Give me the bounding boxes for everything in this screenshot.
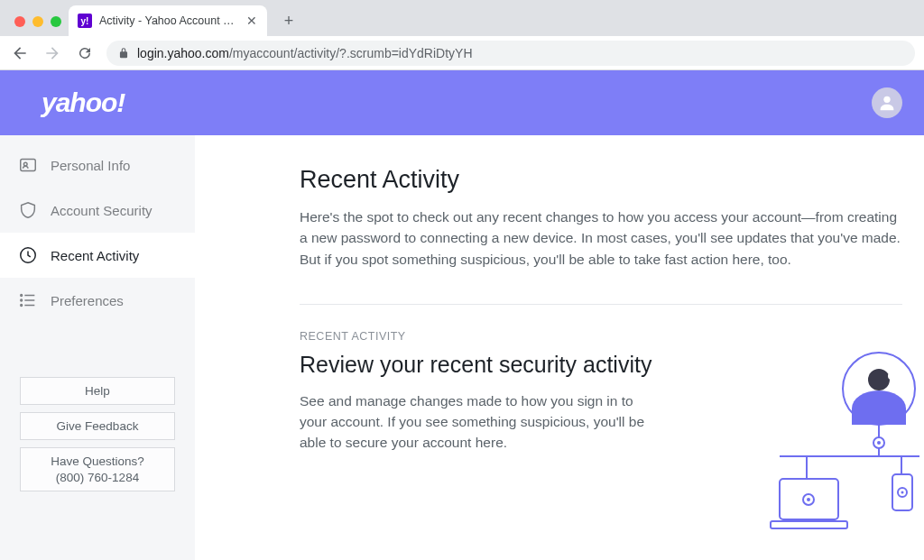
help-button[interactable]: Help (20, 377, 175, 405)
user-icon (877, 93, 897, 113)
svg-point-23 (901, 491, 904, 494)
svg-point-12 (877, 441, 881, 445)
sidebar-item-label: Personal Info (51, 158, 130, 173)
shield-icon (18, 200, 38, 220)
id-card-icon (18, 155, 38, 175)
divider (300, 304, 902, 305)
sidebar-item-label: Recent Activity (51, 248, 139, 263)
url-path: /myaccount/activity/?.scrumb=idYdRiDtyYH (229, 46, 473, 60)
svg-point-8 (868, 369, 890, 390)
questions-label: Have Questions? (51, 454, 144, 468)
svg-point-19 (807, 498, 810, 501)
sidebar-item-account-security[interactable]: Account Security (0, 188, 195, 233)
sidebar-item-label: Account Security (51, 203, 152, 218)
forward-button[interactable] (42, 42, 63, 64)
feedback-button[interactable]: Give Feedback (20, 412, 175, 440)
sidebar-item-recent-activity[interactable]: Recent Activity (0, 233, 195, 278)
avatar[interactable] (872, 87, 902, 118)
content-area: Recent Activity Here's the spot to check… (195, 135, 924, 560)
tab-bar: y! Activity - Yahoo Account Settin ✕ + (0, 0, 924, 36)
sidebar-item-personal-info[interactable]: Personal Info (0, 142, 195, 188)
page-description: Here's the spot to check out any recent … (300, 207, 902, 270)
questions-button[interactable]: Have Questions? (800) 760-1284 (20, 447, 175, 491)
security-illustration (744, 344, 924, 542)
svg-rect-20 (771, 521, 847, 528)
section-label: RECENT ACTIVITY (300, 330, 902, 343)
browser-tab[interactable]: y! Activity - Yahoo Account Settin ✕ (69, 5, 267, 36)
close-tab-icon[interactable]: ✕ (245, 14, 258, 27)
sidebar-item-label: Preferences (51, 293, 124, 308)
sidebar-help-box: Help Give Feedback Have Questions? (800)… (0, 377, 195, 491)
svg-rect-1 (21, 160, 36, 171)
svg-point-6 (21, 305, 23, 307)
lock-icon (117, 47, 130, 60)
browser-chrome: y! Activity - Yahoo Account Settin ✕ + l… (0, 0, 924, 70)
url-domain: login.yahoo.com (137, 46, 229, 60)
main-layout: Personal Info Account Security Recent Ac… (0, 135, 924, 560)
url-input[interactable]: login.yahoo.com/myaccount/activity/?.scr… (106, 41, 915, 66)
section-description: See and manage changes made to how you s… (300, 390, 661, 454)
minimize-window-button[interactable] (32, 16, 43, 27)
window-controls (11, 16, 69, 36)
svg-point-5 (21, 299, 23, 301)
tab-title: Activity - Yahoo Account Settin (99, 14, 238, 27)
close-window-button[interactable] (14, 16, 25, 27)
phone-number: (800) 760-1284 (26, 471, 169, 484)
svg-point-2 (23, 162, 27, 166)
reload-button[interactable] (74, 42, 96, 64)
sidebar-nav: Personal Info Account Security Recent Ac… (0, 135, 195, 323)
clock-icon (18, 245, 38, 265)
svg-point-9 (888, 372, 895, 380)
yahoo-logo[interactable]: yahoo! (42, 87, 125, 118)
sidebar-item-preferences[interactable]: Preferences (0, 278, 195, 323)
address-bar: login.yahoo.com/myaccount/activity/?.scr… (0, 36, 924, 70)
maximize-window-button[interactable] (51, 16, 61, 27)
page-title: Recent Activity (300, 166, 902, 194)
yahoo-header: yahoo! (0, 70, 924, 135)
list-icon (18, 290, 38, 310)
sidebar: Personal Info Account Security Recent Ac… (0, 135, 195, 560)
svg-point-4 (21, 295, 23, 297)
tab-favicon: y! (78, 14, 92, 28)
new-tab-button[interactable]: + (276, 8, 301, 33)
back-button[interactable] (9, 42, 31, 64)
svg-point-0 (883, 96, 890, 103)
